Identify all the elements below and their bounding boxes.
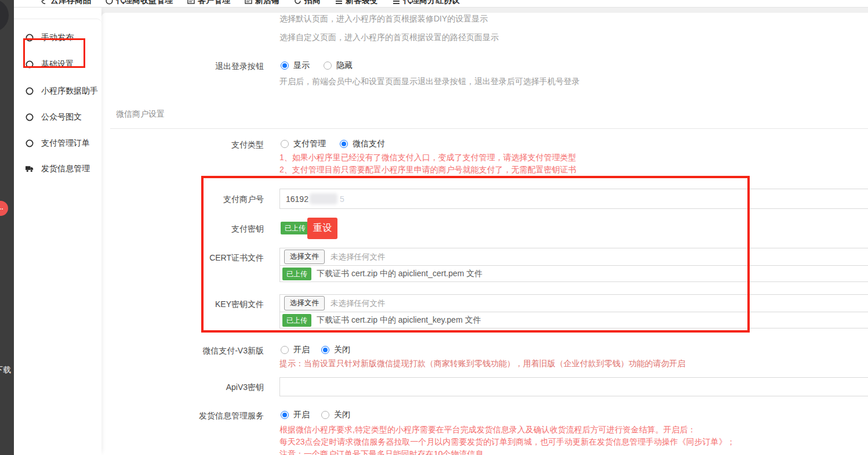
radio-label: 支付管理 (293, 139, 326, 149)
redacted-blur (310, 193, 337, 204)
sidebar-item-basic-settings[interactable]: 基础设置 (26, 56, 74, 73)
merchant-id-value: 16192 (286, 194, 308, 204)
cert-file-box: 选择文件 未选择任何文件 已上传 下载证书 cert.zip 中的 apicli… (279, 248, 868, 282)
nav-item-agent-income[interactable]: 代理商收益管理 (105, 0, 173, 6)
radio-shipping-off[interactable]: 关闭 (321, 410, 350, 420)
key-hint: 下载证书 cert.zip 中的 apiclient_key.pem 文件 (317, 315, 481, 326)
circle-icon (105, 0, 113, 5)
logout-hint: 开启后，前端会员中心和设置页面显示退出登录按钮，退出登录后可选择手机号登录 (279, 77, 580, 87)
sidebar-item-label: 手动发布 (41, 32, 74, 43)
sidebar-item-label: 公众号图文 (41, 112, 82, 122)
menu-icon (392, 0, 400, 5)
refresh-icon (293, 0, 302, 5)
home-custom-hint: 选择自定义页面，进入小程序的首页根据设置的路径页面显示 (279, 32, 499, 43)
v3-radio-group: 开启 关闭 (281, 345, 350, 355)
radio-show[interactable]: 显示 (281, 60, 310, 71)
topnav: 云库存商品 代理商收益管理 客户管理 新店铺 招商 新客裂变 代理商分红协议 (39, 0, 460, 8)
key-no-file-text: 未选择任何文件 (331, 298, 386, 309)
nav-label: 新店铺 (255, 0, 279, 6)
sidebar-item-official-article[interactable]: 公众号图文 (26, 109, 82, 126)
radio-shipping-on[interactable]: 开启 (281, 410, 310, 420)
nav-item-fission[interactable]: 新客裂变 (335, 0, 378, 6)
cert-uploaded-row: 已上传 下载证书 cert.zip 中的 apiclient_cert.pem … (280, 266, 868, 281)
radio-dot (340, 140, 348, 148)
radio-label: 微信支付 (353, 139, 385, 149)
radio-dot (321, 411, 329, 419)
radio-label: 隐藏 (336, 60, 353, 71)
key-uploaded-badge: 已上传 (282, 314, 311, 327)
sidebar-item-label: 小程序数据助手 (41, 86, 98, 96)
radio-label: 开启 (293, 345, 310, 355)
radio-label: 关闭 (334, 410, 350, 420)
v3-label: 微信支付-V3新版 (75, 346, 264, 356)
link-icon (39, 0, 48, 5)
nav-label: 招商 (304, 0, 321, 6)
sidebar-item-label: 发货信息管理 (41, 164, 90, 174)
cert-file-row: 选择文件 未选择任何文件 (280, 248, 868, 266)
cert-file-label: CERT证书文件 (75, 253, 264, 263)
sidebar-item-miniprogram-data[interactable]: 小程序数据助手 (26, 82, 98, 100)
shipping-warning-3: 注意：一个商户订单号下最多只能同时存在10个物流信息 (279, 449, 484, 455)
reset-button[interactable]: 重设 (307, 218, 337, 239)
nav-item-customer-manage[interactable]: 客户管理 (187, 0, 230, 6)
cert-hint: 下载证书 cert.zip 中的 apiclient_cert.pem 文件 (317, 269, 482, 279)
sidebar-panel: 手动发布 基础设置 小程序数据助手 公众号图文 支付管理订单 发货信息管理 (14, 19, 101, 455)
nav-label: 客户管理 (198, 0, 230, 6)
radio-dot (281, 140, 289, 148)
apiv3-input[interactable] (279, 377, 868, 396)
left-rail: … 下载 (0, 0, 14, 455)
truck-icon (26, 165, 34, 173)
key-file-row: 选择文件 未选择任何文件 (280, 295, 868, 312)
card-icon (244, 0, 252, 5)
sidebar-item-shipping-info[interactable]: 发货信息管理 (26, 160, 90, 178)
nav-item-agent-dividend[interactable]: 代理商分红协议 (392, 0, 460, 6)
nav-label: 新客裂变 (346, 0, 378, 6)
key-choose-file-button[interactable]: 选择文件 (284, 296, 325, 310)
shipping-warning-1: 根据微信小程序要求,特定类型的小程序需要在平台完成发货信息录入及确认收货流程后方… (279, 425, 696, 435)
nav-item-new-shop[interactable]: 新店铺 (244, 0, 279, 6)
radio-wechat-pay[interactable]: 微信支付 (340, 139, 385, 149)
circle-icon (26, 60, 34, 68)
sidebar-item-manual-publish[interactable]: 手动发布 (26, 29, 74, 46)
radio-dot (321, 346, 329, 354)
radio-v3-on[interactable]: 开启 (281, 345, 310, 355)
nav-item-investment[interactable]: 招商 (293, 0, 321, 6)
shipping-radio-group: 开启 关闭 (281, 410, 350, 420)
cert-choose-file-button[interactable]: 选择文件 (284, 250, 325, 264)
sidebar-item-payment-orders[interactable]: 支付管理订单 (26, 135, 90, 152)
nav-label: 代理商分红协议 (403, 0, 460, 6)
radio-v3-off[interactable]: 关闭 (321, 345, 350, 355)
menu-icon (335, 0, 343, 5)
download-label[interactable]: 下载 (0, 365, 18, 375)
sidebar: 手动发布 基础设置 小程序数据助手 公众号图文 支付管理订单 发货信息管理 (14, 8, 101, 455)
radio-dot (281, 411, 289, 419)
notification-badge[interactable]: … (0, 201, 8, 216)
circle-icon (26, 139, 34, 147)
radio-label: 开启 (293, 410, 310, 420)
pay-type-radio-group: 支付管理 微信支付 (281, 139, 385, 149)
circle-icon (26, 113, 34, 121)
nav-label: 云库存商品 (50, 0, 91, 6)
radio-dot (281, 62, 289, 70)
circle-icon (26, 87, 34, 95)
card-icon (187, 0, 195, 5)
logout-radio-group: 显示 隐藏 (281, 60, 353, 71)
logout-button-label: 退出登录按钮 (75, 62, 264, 72)
radio-dot (324, 62, 332, 70)
merchant-id-tail: 5 (340, 194, 344, 204)
v3-hint: 提示：当前设置只针对新版微信提现打款（商家转账到零钱功能），用着旧版（企业付款到… (279, 359, 685, 369)
radio-pay-manage[interactable]: 支付管理 (281, 139, 326, 149)
key-uploaded-row: 已上传 下载证书 cert.zip 中的 apiclient_key.pem 文… (280, 312, 868, 328)
sidebar-item-label: 支付管理订单 (41, 138, 90, 149)
nav-label: 代理商收益管理 (116, 0, 173, 6)
merchant-id-label: 支付商户号 (75, 194, 264, 205)
pay-type-label: 支付类型 (75, 140, 264, 150)
radio-hide[interactable]: 隐藏 (324, 60, 353, 71)
section-divider (110, 128, 868, 129)
radio-label: 关闭 (334, 345, 350, 355)
nav-item-cloud-stock[interactable]: 云库存商品 (39, 0, 91, 6)
pay-type-warning-1: 1、如果小程序里已经没有了微信支付入口，变成了支付管理，请选择支付管理类型 (279, 153, 576, 163)
merchant-id-input[interactable]: 16192 5 (279, 189, 868, 209)
pay-type-warning-2: 2、支付管理目前只需要配置小程序里申请的商户号就能支付了，无需配置密钥证书 (279, 165, 576, 175)
apiv3-label: ApiV3密钥 (75, 382, 264, 393)
